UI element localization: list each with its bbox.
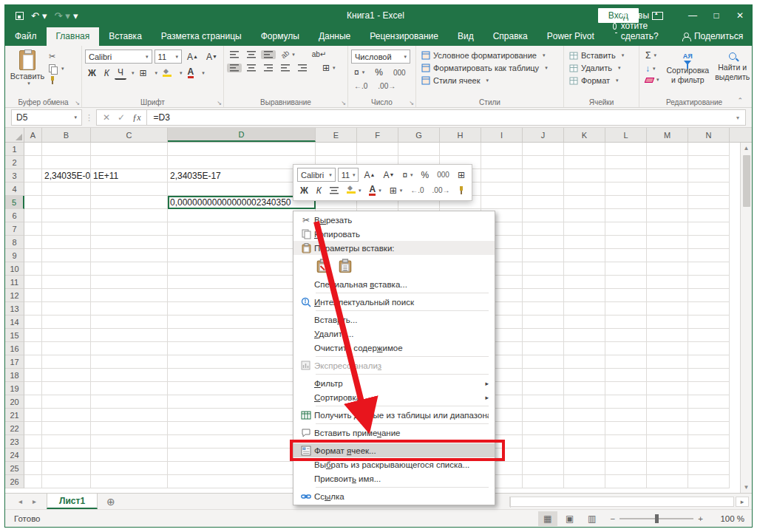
cell-J18[interactable] — [523, 369, 564, 382]
cell-N18[interactable] — [688, 369, 730, 382]
cell-C22[interactable] — [91, 422, 168, 435]
cell-C25[interactable] — [91, 462, 168, 475]
row-header-5[interactable]: 5 — [5, 196, 24, 209]
cell-B25[interactable] — [42, 462, 91, 475]
cell-L19[interactable] — [605, 382, 647, 395]
cell-C26[interactable] — [91, 475, 168, 488]
mini-font-size-select[interactable]: 11▾ — [338, 168, 359, 182]
cell-N19[interactable] — [688, 382, 730, 395]
cell-M13[interactable] — [647, 302, 688, 316]
cell-M21[interactable] — [647, 409, 688, 422]
align-middle-button[interactable] — [244, 50, 259, 59]
number-dialog-launcher-icon[interactable]: ↘ — [409, 100, 414, 106]
row-header-23[interactable]: 23 — [5, 435, 24, 449]
cell-M10[interactable] — [647, 262, 688, 276]
cell-J20[interactable] — [523, 395, 564, 409]
cell-M3[interactable] — [647, 169, 688, 183]
cell-N13[interactable] — [688, 302, 730, 316]
font-dialog-launcher-icon[interactable]: ↘ — [217, 100, 222, 106]
new-sheet-icon[interactable]: ⊕ — [98, 494, 124, 509]
align-top-button[interactable] — [227, 50, 242, 59]
cell-A15[interactable] — [24, 329, 42, 342]
menu-item-интеллектуальный-поиск[interactable]: Интеллектуальный поиск — [293, 295, 495, 309]
cell-M12[interactable] — [647, 289, 688, 302]
cell-J26[interactable] — [523, 475, 564, 488]
name-box-splitter[interactable]: ⋮ — [82, 108, 96, 127]
cell-M20[interactable] — [647, 395, 688, 409]
cell-M4[interactable] — [647, 183, 688, 196]
redo-button[interactable]: ↷ — [54, 10, 62, 21]
cell-L17[interactable] — [605, 355, 647, 369]
wrap-text-button[interactable]: ab↵ — [309, 50, 330, 59]
cell-K2[interactable] — [564, 156, 605, 169]
cell-A22[interactable] — [24, 422, 42, 435]
cell-B22[interactable] — [42, 422, 91, 435]
mini-percent-button[interactable]: % — [418, 169, 432, 181]
cell-A8[interactable] — [24, 236, 42, 249]
row-header-10[interactable]: 10 — [5, 262, 24, 276]
cell-B24[interactable] — [42, 449, 91, 462]
alignment-dialog-launcher-icon[interactable]: ↘ — [341, 100, 346, 106]
cell-B2[interactable] — [42, 156, 91, 169]
mini-format-painter-button[interactable] — [455, 185, 468, 195]
cell-F1[interactable] — [357, 143, 398, 156]
cell-K9[interactable] — [564, 249, 605, 262]
cell-B5[interactable] — [42, 196, 91, 209]
cell-A10[interactable] — [24, 262, 42, 276]
cell-L21[interactable] — [605, 409, 647, 422]
cell-K16[interactable] — [564, 342, 605, 355]
cell-L22[interactable] — [605, 422, 647, 435]
cell-C3[interactable]: 1E+11 — [91, 169, 168, 183]
paste-formatting-option[interactable] — [314, 257, 332, 275]
column-header-H[interactable]: H — [440, 128, 481, 142]
cell-A13[interactable] — [24, 302, 42, 316]
zoom-in-icon[interactable]: + — [698, 514, 703, 523]
row-header-16[interactable]: 16 — [5, 342, 24, 355]
clipboard-dialog-launcher-icon[interactable]: ↘ — [75, 100, 80, 106]
cell-A21[interactable] — [24, 409, 42, 422]
cell-N24[interactable] — [688, 449, 730, 462]
cell-J13[interactable] — [523, 302, 564, 316]
cell-C9[interactable] — [91, 249, 168, 262]
decrease-indent-button[interactable] — [278, 64, 293, 72]
shrink-font-button[interactable]: А▼ — [203, 51, 220, 63]
cell-L5[interactable] — [605, 196, 647, 209]
cell-M9[interactable] — [647, 249, 688, 262]
cell-A5[interactable] — [24, 196, 42, 209]
mini-accounting-button[interactable]: ¤▾ — [399, 169, 415, 181]
zoom-level[interactable]: 100 % — [712, 514, 744, 523]
cell-L3[interactable] — [605, 169, 647, 183]
cell-I5[interactable] — [481, 196, 523, 209]
cell-C2[interactable] — [91, 156, 168, 169]
menu-item-копировать[interactable]: Копировать — [293, 227, 495, 241]
cell-C17[interactable] — [91, 355, 168, 369]
scroll-down-icon[interactable]: ▼ — [744, 482, 750, 493]
cell-C10[interactable] — [91, 262, 168, 276]
cell-J12[interactable] — [523, 289, 564, 302]
cell-G1[interactable] — [398, 143, 440, 156]
cell-B11[interactable] — [42, 276, 91, 289]
cell-N25[interactable] — [688, 462, 730, 475]
clear-button[interactable]: ▾ — [642, 76, 662, 83]
collapse-ribbon-icon[interactable]: ⌃ — [737, 97, 743, 104]
cell-J5[interactable] — [523, 196, 564, 209]
grow-font-button[interactable]: А▲ — [184, 51, 201, 63]
cell-B18[interactable] — [42, 369, 91, 382]
cell-K20[interactable] — [564, 395, 605, 409]
row-header-6[interactable]: 6 — [5, 209, 24, 222]
cell-L2[interactable] — [605, 156, 647, 169]
cell-N20[interactable] — [688, 395, 730, 409]
tab-Вставка[interactable]: Вставка — [99, 27, 152, 46]
cell-B26[interactable] — [42, 475, 91, 488]
decrease-decimal-button[interactable]: .00→ — [375, 81, 398, 91]
cell-C11[interactable] — [91, 276, 168, 289]
cell-K6[interactable] — [564, 209, 605, 222]
menu-item-присвоить-имя[interactable]: Присвоить имя... — [293, 471, 495, 485]
mini-font-color-button[interactable]: А▾ — [366, 185, 384, 197]
cell-L14[interactable] — [605, 316, 647, 329]
cell-B9[interactable] — [42, 249, 91, 262]
cells-Удалить[interactable]: Удалить▾ — [567, 62, 636, 74]
row-header-7[interactable]: 7 — [5, 222, 24, 236]
borders-button[interactable]: ⊞ — [136, 67, 149, 79]
cell-K19[interactable] — [564, 382, 605, 395]
